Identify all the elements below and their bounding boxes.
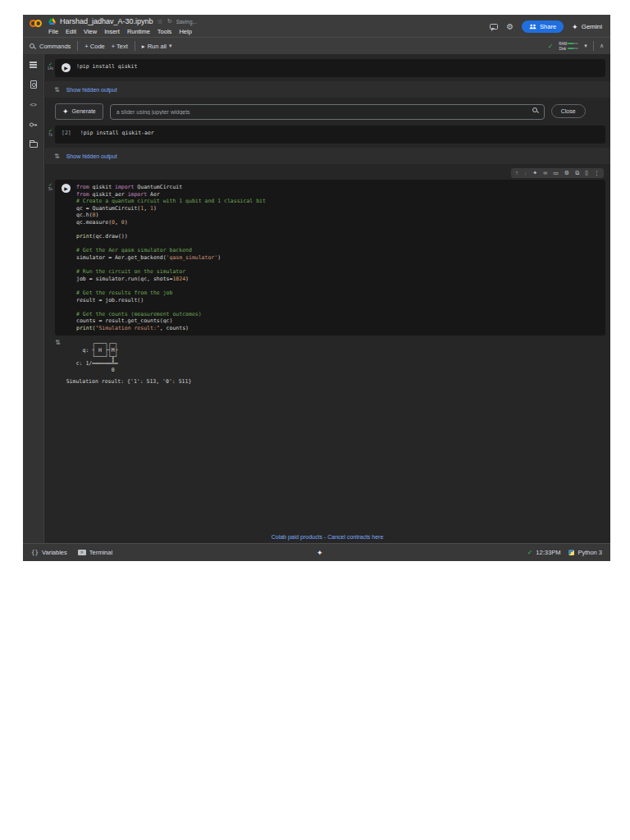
cell-exec-time: 7s bbox=[48, 133, 52, 137]
more-actions-icon[interactable]: ⋮ bbox=[594, 170, 600, 176]
last-executed-status: ✓ 12:33PM bbox=[527, 549, 561, 556]
comments-icon[interactable] bbox=[490, 24, 498, 30]
cancel-contracts-link[interactable]: Cancel contracts here bbox=[327, 534, 383, 540]
output-toggle-icon[interactable]: ⇅ bbox=[54, 86, 60, 94]
menu-view[interactable]: View bbox=[84, 28, 97, 35]
disk-label: Disk bbox=[559, 47, 566, 51]
statusbar-left: {} Variables > Terminal bbox=[31, 549, 112, 556]
copy-link-icon[interactable]: ∞ bbox=[543, 170, 547, 176]
secrets-key-icon[interactable] bbox=[29, 121, 38, 129]
menu-edit[interactable]: Edit bbox=[66, 28, 76, 35]
add-code-button[interactable]: + Code bbox=[84, 43, 104, 50]
move-cell-down-icon[interactable]: ↓ bbox=[524, 170, 527, 176]
left-sidebar: <> bbox=[23, 54, 44, 543]
commands-label: Commands bbox=[39, 43, 71, 50]
paid-products-link[interactable]: Colab paid products bbox=[272, 534, 322, 540]
show-hidden-output-link[interactable]: Show hidden output bbox=[66, 153, 117, 159]
resource-meter[interactable]: RAM Disk bbox=[559, 42, 578, 51]
cell-toolbar: ↑ ↓ ✦ ∞ ▭ ⚙ ⧉ ▯ ⋮ bbox=[511, 168, 604, 178]
cell-3-code[interactable]: from qiskit import QuantumCircuitfrom qi… bbox=[76, 184, 266, 331]
prompt-search-icon bbox=[532, 107, 537, 112]
add-comment-icon[interactable]: ▭ bbox=[553, 170, 559, 176]
gemini-cell-icon[interactable]: ✦ bbox=[532, 170, 537, 176]
statusbar-center: ✦ bbox=[112, 549, 527, 557]
connected-check-icon: ✓ bbox=[548, 43, 554, 50]
star-icon[interactable]: ☆ bbox=[158, 18, 163, 25]
terminal-label: Terminal bbox=[89, 549, 112, 556]
run-cell-button[interactable]: ▶ bbox=[62, 184, 71, 193]
title-bar: Harshad_jadhav_A-30.ipynb ☆ ↻ Saving... … bbox=[23, 15, 610, 37]
delete-cell-icon[interactable]: ▯ bbox=[585, 170, 588, 176]
output-toggle-icon[interactable]: ⇅ bbox=[55, 339, 61, 385]
run-all-caret-icon: ▾ bbox=[169, 43, 172, 49]
notebook-title[interactable]: Harshad_jadhav_A-30.ipynb bbox=[60, 17, 153, 25]
run-cell-button[interactable]: ▶ bbox=[62, 63, 71, 72]
ram-label: RAM bbox=[559, 42, 566, 46]
output-body: ┌───┐┌─┐ q: ┤ H ├┤M├ └───┘└╥┘ c: 1/═════… bbox=[66, 339, 192, 385]
gemini-sparkle-icon: ✦ bbox=[572, 23, 578, 31]
cell-exec-time: 14s bbox=[48, 66, 53, 71]
statusbar-sparkle-icon[interactable]: ✦ bbox=[317, 549, 323, 557]
run-all-button[interactable]: ▸ Run all ▾ bbox=[142, 43, 172, 50]
menu-file[interactable]: File bbox=[48, 28, 58, 35]
collapse-header-icon[interactable]: ∧ bbox=[600, 43, 604, 49]
menu-runtime[interactable]: Runtime bbox=[127, 28, 150, 35]
notebook-toolbar: Commands + Code + Text ▸ Run all ▾ ✓ RAM… bbox=[23, 37, 610, 54]
generate-sparkle-icon: ✦ bbox=[62, 107, 69, 116]
people-icon bbox=[529, 24, 536, 30]
run-all-label: Run all bbox=[148, 43, 167, 50]
main-area: <> ✓ 14s ▶ !pip install qiskit bbox=[23, 54, 610, 543]
cell-2-code[interactable]: !pip install qiskit-aer bbox=[80, 130, 154, 139]
kernel-selector[interactable]: Python 3 bbox=[568, 549, 602, 556]
files-folder-icon[interactable] bbox=[30, 142, 38, 148]
generate-button[interactable]: ✦ Generate bbox=[55, 103, 103, 120]
cell-2-editor[interactable]: [2] !pip install qiskit-aer bbox=[55, 126, 605, 144]
gemini-label: Gemini bbox=[582, 23, 602, 30]
code-cell-3: ✓ 5s ▶ from qiskit import QuantumCircuit… bbox=[46, 180, 605, 336]
ai-generate-bar: ✦ Generate Close bbox=[55, 103, 602, 120]
add-text-button[interactable]: + Text bbox=[112, 43, 128, 50]
copy-cell-icon[interactable]: ⧉ bbox=[575, 170, 579, 176]
menu-tools[interactable]: Tools bbox=[158, 28, 172, 35]
find-replace-icon[interactable] bbox=[30, 80, 37, 89]
toolbar-right: ✓ RAM Disk ▾ ∧ bbox=[548, 41, 604, 51]
table-of-contents-icon[interactable] bbox=[30, 62, 37, 63]
status-check-icon: ✓ bbox=[527, 549, 533, 556]
terminal-button[interactable]: > Terminal bbox=[78, 549, 112, 556]
search-icon bbox=[30, 43, 34, 48]
statusbar-right: ✓ 12:33PM Python 3 bbox=[527, 549, 602, 556]
footer-links: Colab paid products - Cancel contracts h… bbox=[44, 534, 610, 540]
code-snippets-icon[interactable]: <> bbox=[29, 101, 39, 108]
cell-3-editor[interactable]: ▶ from qiskit import QuantumCircuitfrom … bbox=[55, 180, 605, 336]
share-button[interactable]: Share bbox=[522, 21, 564, 33]
cell-2-gutter: ✓ 7s bbox=[46, 126, 55, 144]
close-generate-button[interactable]: Close bbox=[551, 104, 586, 118]
menu-insert[interactable]: Insert bbox=[104, 28, 120, 35]
commands-button[interactable]: Commands bbox=[30, 43, 71, 50]
move-cell-up-icon[interactable]: ↑ bbox=[515, 170, 518, 176]
variables-label: Variables bbox=[42, 549, 67, 556]
show-hidden-output-link[interactable]: Show hidden output bbox=[66, 87, 117, 93]
colab-logo-icon[interactable] bbox=[30, 20, 42, 27]
variables-button[interactable]: {} Variables bbox=[31, 549, 67, 556]
terminal-icon: > bbox=[78, 550, 86, 555]
cell-1-code[interactable]: !pip install qiskit bbox=[76, 63, 137, 73]
cell-1-gutter: ✓ 14s bbox=[46, 59, 55, 77]
cell-1-editor[interactable]: ▶ !pip install qiskit bbox=[55, 59, 605, 77]
footer-dash: - bbox=[324, 534, 326, 540]
ram-bar bbox=[568, 43, 578, 45]
variables-icon: {} bbox=[31, 549, 39, 556]
hidden-output-row-2: ⇅ Show hidden output bbox=[45, 148, 610, 164]
cell-settings-icon[interactable]: ⚙ bbox=[564, 170, 569, 176]
generate-prompt-input[interactable] bbox=[110, 104, 545, 120]
toolbar-divider bbox=[593, 41, 594, 51]
status-bar: {} Variables > Terminal ✦ ✓ 12:33PM Pyth… bbox=[23, 543, 610, 561]
generate-label: Generate bbox=[72, 108, 96, 114]
cell-2-exec-count: [2] bbox=[62, 130, 71, 139]
share-label: Share bbox=[540, 23, 556, 30]
gemini-button[interactable]: ✦ Gemini bbox=[572, 23, 602, 31]
settings-gear-icon[interactable]: ⚙ bbox=[506, 23, 514, 31]
output-toggle-icon[interactable]: ⇅ bbox=[54, 153, 60, 160]
menu-help[interactable]: Help bbox=[179, 28, 191, 35]
resources-caret-icon[interactable]: ▾ bbox=[584, 43, 587, 49]
